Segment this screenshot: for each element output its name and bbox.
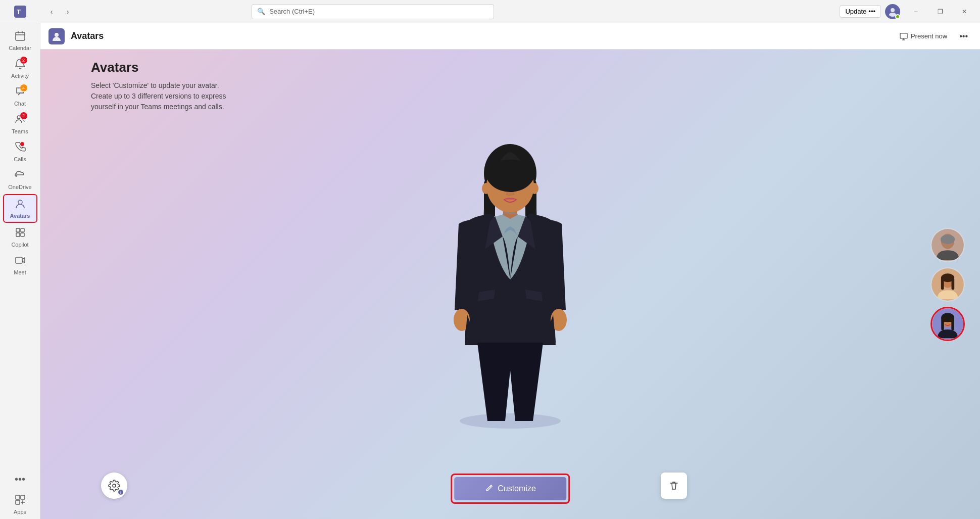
description: Select 'Customize' to update your avatar… [91,80,226,112]
svg-rect-49 [941,277,944,290]
settings-button[interactable]: i [101,473,127,499]
search-bar[interactable]: 🔍 Search (Ctrl+E) [252,4,494,19]
svg-point-36 [482,183,490,194]
sidebar-item-label-meet: Meet [14,269,26,275]
svg-point-25 [460,413,561,429]
customize-label: Customize [498,484,536,493]
nav-controls: ‹ › [40,5,79,19]
avatar-3d-figure [424,143,596,431]
user-avatar[interactable] [885,4,900,19]
maximize-button[interactable]: ❐ [928,0,952,23]
minimize-button[interactable]: – [904,0,927,23]
svg-point-2 [891,8,895,12]
header-right: Present now ••• [896,30,972,43]
sidebar: Calendar 2 Activity 4 Chat [0,23,40,519]
svg-line-42 [490,486,491,487]
sidebar-item-label-apps: Apps [14,509,26,515]
chat-badge: 4 [20,84,28,92]
avatar-selector-panel [930,228,965,341]
svg-point-57 [949,317,953,322]
sidebar-item-teams[interactable]: 2 Teams [3,111,37,137]
calendar-icon [15,30,26,44]
teams-badge: 2 [20,112,28,120]
description-line3: yourself in your Teams meetings and call… [91,103,224,111]
titlebar-right: Update ••• – ❐ ✕ [840,0,980,23]
update-dots-icon: ••• [868,8,875,15]
avatar-thumb-2[interactable] [930,267,965,302]
sidebar-item-label-activity: Activity [11,73,29,79]
present-now-label: Present now [911,32,947,40]
svg-text:T: T [17,8,21,16]
svg-rect-15 [16,257,22,263]
status-dot [895,14,900,19]
svg-rect-22 [900,33,907,38]
search-icon: 🔍 [257,8,265,15]
app-header: Avatars Present now ••• [40,23,980,50]
activity-icon: 2 [15,58,26,72]
sidebar-item-activity[interactable]: 2 Activity [3,55,37,82]
avatar-thumb-1[interactable] [930,228,965,262]
sidebar-item-label-teams: Teams [12,128,28,134]
meet-icon [15,255,26,268]
calls-badge [20,141,25,147]
update-label: Update [845,8,866,15]
sidebar-item-calendar[interactable]: Calendar [3,27,37,54]
delete-button[interactable] [661,473,687,499]
svg-rect-16 [16,495,20,499]
sidebar-item-avatars[interactable]: Avatars [3,194,37,223]
svg-point-10 [18,200,22,204]
svg-point-45 [941,234,955,244]
avatars-icon [15,198,26,212]
sidebar-more-button[interactable]: ••• [11,469,29,489]
forward-button[interactable]: › [61,5,75,19]
sidebar-item-chat[interactable]: 4 Chat [3,83,37,110]
update-button[interactable]: Update ••• [840,5,881,18]
svg-point-56 [943,317,946,322]
window-controls: – ❐ ✕ [904,0,976,23]
sidebar-item-meet[interactable]: Meet [3,252,37,278]
svg-rect-18 [16,500,20,504]
teams-icon: 2 [15,114,26,127]
search-placeholder: Search (Ctrl+E) [269,8,315,15]
svg-point-37 [530,183,538,194]
customize-button-wrapper: Customize [451,474,570,504]
description-line2: Create up to 3 different versions to exp… [91,92,226,100]
page-title: Avatars [91,60,226,75]
content-info: Avatars Select 'Customize' to update you… [91,60,226,112]
svg-rect-13 [16,233,20,237]
sidebar-item-copilot[interactable]: Copilot [3,224,37,251]
sidebar-item-label-onedrive: OneDrive [8,184,31,190]
avatar-display [40,50,980,519]
onedrive-icon [15,169,26,183]
titlebar: T ‹ › 🔍 Search (Ctrl+E) Update ••• – ❐ ✕ [0,0,980,23]
header-more-button[interactable]: ••• [955,30,972,43]
customize-button[interactable]: Customize [454,477,566,500]
teams-logo: T [0,6,40,18]
main-content: Avatars Select 'Customize' to update you… [40,50,980,519]
activity-badge: 2 [20,56,28,64]
svg-point-21 [55,33,59,37]
close-button[interactable]: ✕ [953,0,976,23]
sidebar-item-label-copilot: Copilot [11,242,28,248]
sidebar-item-apps[interactable]: Apps [3,491,37,518]
avatar-thumb-3[interactable] [930,307,965,341]
svg-rect-14 [21,233,24,237]
back-button[interactable]: ‹ [44,5,59,19]
app-header-icon [48,28,65,44]
app-title: Avatars [71,31,104,41]
present-now-button[interactable]: Present now [896,30,951,42]
svg-rect-11 [16,228,20,232]
apps-icon [15,494,26,508]
sidebar-item-label-chat: Chat [14,101,26,107]
chat-icon: 4 [15,86,26,100]
sidebar-item-calls[interactable]: Calls [3,138,37,165]
svg-rect-4 [16,32,25,40]
copilot-icon [15,227,26,241]
sidebar-item-onedrive[interactable]: OneDrive [3,166,37,193]
sidebar-item-label-calendar: Calendar [9,45,31,51]
svg-point-41 [113,484,116,487]
sidebar-item-label-avatars: Avatars [10,213,30,219]
svg-rect-17 [21,495,25,499]
sidebar-item-label-calls: Calls [14,156,26,162]
calls-icon [15,141,26,155]
